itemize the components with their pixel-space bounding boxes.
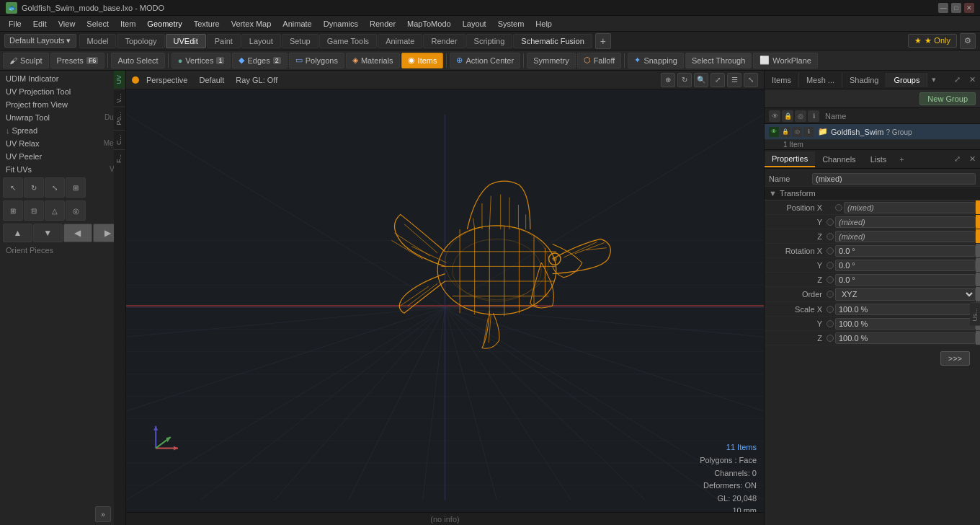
prop-position-x-input[interactable] <box>844 202 976 213</box>
section-collapse-arrow[interactable]: ▼ <box>769 189 777 198</box>
snapping-button[interactable]: ✦ Snapping <box>628 53 684 69</box>
maximize-button[interactable]: □ <box>951 3 961 13</box>
tab-setup[interactable]: Setup <box>282 34 318 48</box>
menu-dynamics[interactable]: Dynamics <box>318 18 364 30</box>
prop-position-z-circle[interactable] <box>827 233 834 240</box>
menu-help[interactable]: Help <box>530 18 558 30</box>
prop-rotation-y-circle[interactable] <box>827 262 834 269</box>
auto-select-button[interactable]: Auto Select <box>111 53 164 69</box>
tool-icon-transform[interactable]: ⊞ <box>66 177 86 198</box>
symmetry-button[interactable]: Symmetry <box>527 53 576 69</box>
falloff-button[interactable]: ⬡ Falloff <box>577 53 622 69</box>
layout-dropdown[interactable]: Default Layouts ▾ <box>4 34 76 48</box>
prop-rotation-z-input[interactable] <box>835 274 976 286</box>
menu-select[interactable]: Select <box>81 18 115 30</box>
expand-panel-button[interactable]: » <box>95 506 111 522</box>
menu-layout[interactable]: Layout <box>457 18 492 30</box>
viewport-canvas[interactable]: 11 Items Polygons : Face Channels: 0 Def… <box>126 89 764 525</box>
prop-scale-y-circle[interactable] <box>827 320 834 327</box>
side-tab-c[interactable]: C... <box>114 130 125 149</box>
materials-button[interactable]: ◈ Materials <box>346 53 400 69</box>
tool-icon-grid-c[interactable]: △ <box>45 200 65 221</box>
items-button[interactable]: ◉ Items <box>401 53 444 69</box>
prop-scale-y-input[interactable] <box>835 318 976 330</box>
tool-fit-uvs[interactable]: Fit UVs V... <box>0 163 125 176</box>
tab-game-tools[interactable]: Game Tools <box>319 34 378 48</box>
vertices-button[interactable]: ● Vertices 1 <box>172 53 231 69</box>
prop-rotation-z-circle[interactable] <box>827 276 834 283</box>
tool-icon-grid-a[interactable]: ⊞ <box>3 200 23 221</box>
prop-rotation-y-input[interactable] <box>835 260 976 271</box>
tab-dropdown[interactable]: ▾ <box>927 72 940 87</box>
prop-name-input[interactable] <box>812 173 976 185</box>
tool-uv-projection[interactable]: UV Projection Tool D <box>0 85 125 98</box>
menu-render[interactable]: Render <box>364 18 401 30</box>
menu-texture[interactable]: Texture <box>188 18 226 30</box>
tab-schematic-fusion[interactable]: Schematic Fusion <box>513 34 592 48</box>
tab-topology[interactable]: Topology <box>117 34 164 48</box>
props-expand-button[interactable]: ⤢ <box>950 151 965 167</box>
props-apply-button[interactable]: >>> <box>940 351 970 366</box>
tool-spread[interactable]: ↓ Spread <box>0 124 125 137</box>
prop-scale-z-circle[interactable] <box>827 335 834 342</box>
tool-icon-grid-b[interactable]: ⊟ <box>24 200 44 221</box>
tab-layout[interactable]: Layout <box>241 34 281 48</box>
tab-model[interactable]: Model <box>79 34 117 48</box>
viewport-icon-fit[interactable]: ⤢ <box>710 73 725 87</box>
viewport-icon-menu[interactable]: ☰ <box>727 73 741 87</box>
prop-scale-x-circle[interactable] <box>827 306 834 313</box>
tab-scripting[interactable]: Scripting <box>466 34 513 48</box>
edges-button[interactable]: ◆ Edges 2 <box>232 53 287 69</box>
prop-scale-z-input[interactable] <box>835 332 976 344</box>
tab-render[interactable]: Render <box>423 34 465 48</box>
prop-order-select[interactable]: XYZ <box>835 288 976 301</box>
viewport-perspective-label[interactable]: Perspective <box>142 74 192 86</box>
tab-shading[interactable]: Shading <box>842 73 886 87</box>
menu-edit[interactable]: Edit <box>27 18 53 30</box>
tab-properties[interactable]: Properties <box>765 151 815 167</box>
props-add-button[interactable]: + <box>894 152 909 167</box>
presets-button[interactable]: Presets F6 <box>50 53 105 69</box>
tab-animate[interactable]: Animate <box>378 34 422 48</box>
side-tab-v[interactable]: V... <box>114 89 125 107</box>
viewport-icon-expand[interactable]: ⤡ <box>744 73 758 87</box>
viewport-ray-gl-label[interactable]: Ray GL: Off <box>231 74 282 86</box>
tab-mesh[interactable]: Mesh ... <box>799 73 842 87</box>
menu-geometry[interactable]: Geometry <box>141 18 187 30</box>
add-layout-button[interactable]: + <box>595 33 611 49</box>
pin-right-panel-button[interactable]: ✕ <box>965 72 980 87</box>
workplane-button[interactable]: ⬜ WorkPlane <box>753 53 818 69</box>
side-tab-f[interactable]: F... <box>114 149 125 167</box>
arrow-up-button[interactable]: ▲ <box>3 224 32 242</box>
menu-vertex-map[interactable]: Vertex Map <box>226 18 277 30</box>
viewport-icon-refresh[interactable]: ↻ <box>677 73 692 87</box>
item-render-icon[interactable]: ◎ <box>792 127 802 137</box>
orient-pieces[interactable]: Orient Pieces <box>0 244 125 257</box>
tool-uv-relax[interactable]: UV Relax Me... <box>0 137 125 150</box>
side-tab-po[interactable]: Po... <box>114 107 125 130</box>
prop-position-x-circle[interactable] <box>835 204 842 211</box>
side-tab-uv[interactable]: UV <box>114 71 125 89</box>
prop-position-y-input[interactable] <box>835 216 976 228</box>
menu-system[interactable]: System <box>492 18 530 30</box>
item-eye-icon[interactable]: 👁 <box>769 127 779 137</box>
minimize-button[interactable]: — <box>938 3 948 13</box>
tool-icon-rotate[interactable]: ↻ <box>24 177 44 198</box>
menu-view[interactable]: View <box>53 18 81 30</box>
polygons-button[interactable]: ▭ Polygons <box>289 53 344 69</box>
action-center-button[interactable]: ⊕ Action Center <box>450 53 520 69</box>
tab-items[interactable]: Items <box>765 73 799 87</box>
select-through-button[interactable]: Select Through <box>685 53 752 69</box>
tool-uv-peeler[interactable]: UV Peeler <box>0 150 125 163</box>
tool-icon-move[interactable]: ↖ <box>3 177 23 198</box>
prop-order-circle[interactable] <box>827 291 834 298</box>
tab-channels[interactable]: Channels <box>815 152 863 167</box>
props-close-button[interactable]: ✕ <box>965 151 980 167</box>
menu-item[interactable]: Item <box>115 18 141 30</box>
tab-groups[interactable]: Groups <box>886 73 927 87</box>
viewport-icon-crosshair[interactable]: ⊕ <box>661 73 675 87</box>
props-side-tab-us[interactable]: Us... <box>970 303 980 326</box>
tool-udim-indicator[interactable]: UDIM Indicator <box>0 72 125 85</box>
item-row-goldfish[interactable]: 👁 🔒 ◎ ℹ 📁 Goldfish_Swim ? Group <box>765 124 980 140</box>
tool-unwrap[interactable]: Unwrap Tool Du... <box>0 111 125 124</box>
